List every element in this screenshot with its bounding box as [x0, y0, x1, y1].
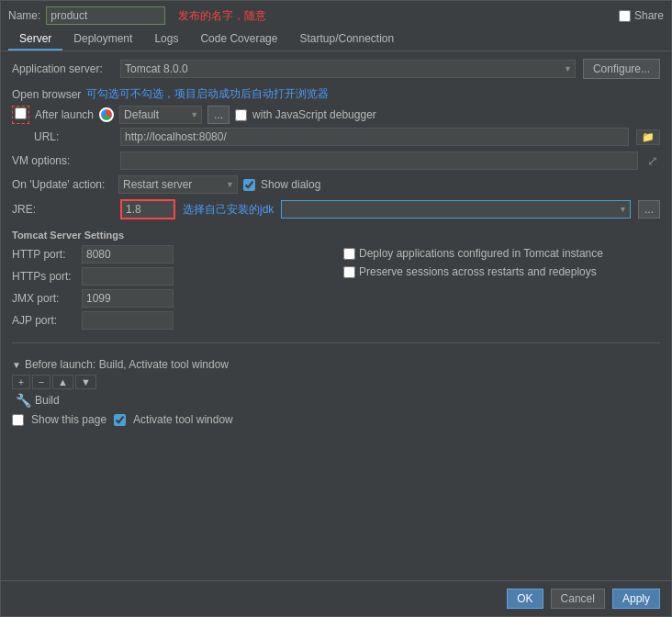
- browser-row: After launch Default ▼ ... with JavaScri…: [12, 106, 660, 124]
- before-launch-section: ▼ Before launch: Build, Activate tool wi…: [12, 358, 660, 430]
- share-checkbox[interactable]: [619, 10, 631, 22]
- vm-options-label: VM options:: [12, 154, 113, 167]
- jre-label: JRE:: [12, 203, 113, 216]
- jre-combo-select[interactable]: [281, 200, 631, 219]
- app-server-select[interactable]: Tomcat 8.0.0: [120, 60, 576, 78]
- restart-server-combo-wrapper: Restart server ▼: [118, 175, 238, 194]
- jmx-port-label: JMX port:: [12, 292, 76, 305]
- build-item: 🔧 Build: [12, 391, 660, 409]
- preserve-sessions-row: Preserve sessions across restarts and re…: [343, 265, 660, 278]
- up-button[interactable]: ▲: [52, 375, 73, 389]
- tomcat-section: Tomcat Server Settings HTTP port: HTTPs …: [12, 229, 660, 330]
- jre-combo-wrapper: ▼: [281, 200, 631, 219]
- left-ports: HTTP port: HTTPs port: JMX port: AJP por…: [12, 245, 329, 330]
- ajp-port-label: AJP port:: [12, 314, 76, 327]
- show-page-label: Show this page: [31, 413, 106, 426]
- triangle-icon: ▼: [12, 360, 21, 370]
- configure-button[interactable]: Configure...: [583, 59, 660, 79]
- jre-annotation: 选择自己安装的jdk: [183, 202, 274, 218]
- url-label: URL:: [12, 130, 113, 143]
- show-dialog-checkbox[interactable]: [243, 179, 255, 191]
- tab-startup-connection[interactable]: Startup/Connection: [288, 28, 405, 50]
- http-port-label: HTTP port:: [12, 248, 76, 261]
- js-debugger-label: with JavaScript debugger: [252, 108, 376, 121]
- build-label: Build: [35, 394, 60, 407]
- show-page-checkbox[interactable]: [12, 414, 24, 426]
- url-folder-button[interactable]: 📁: [636, 129, 660, 145]
- apply-button[interactable]: Apply: [612, 589, 660, 609]
- add-button[interactable]: +: [12, 375, 30, 389]
- chrome-icon: [99, 107, 114, 122]
- activate-tool-checkbox[interactable]: [114, 414, 126, 426]
- preserve-sessions-checkbox[interactable]: [343, 266, 355, 278]
- vm-options-expand-button[interactable]: ⤢: [645, 153, 660, 168]
- tab-logs[interactable]: Logs: [143, 28, 189, 50]
- ajp-port-row: AJP port:: [12, 311, 329, 330]
- https-port-row: HTTPs port:: [12, 267, 329, 286]
- deploy-apps-row: Deploy applications configured in Tomcat…: [343, 247, 660, 260]
- before-launch-label: Before launch: Build, Activate tool wind…: [25, 358, 229, 371]
- deploy-apps-label: Deploy applications configured in Tomcat…: [359, 247, 603, 260]
- browser-browse-button[interactable]: ...: [207, 106, 230, 124]
- content-area: Application server: Tomcat 8.0.0 ▼ Confi…: [1, 51, 671, 580]
- footer: OK Cancel Apply: [1, 580, 671, 616]
- vm-options-input[interactable]: [120, 151, 638, 170]
- jre-browse-button[interactable]: ...: [638, 200, 660, 219]
- remove-button[interactable]: −: [32, 375, 50, 389]
- activate-tool-label: Activate tool window: [133, 413, 233, 426]
- after-launch-label: After launch: [35, 108, 94, 121]
- down-button[interactable]: ▼: [75, 375, 96, 389]
- http-port-row: HTTP port:: [12, 245, 329, 264]
- build-icon: 🔧: [16, 393, 31, 408]
- https-port-input[interactable]: [82, 267, 174, 286]
- preserve-sessions-label: Preserve sessions across restarts and re…: [359, 265, 597, 278]
- jmx-port-input[interactable]: [82, 289, 174, 308]
- after-launch-checkbox-wrapper: [12, 106, 29, 124]
- name-annotation: 发布的名字，随意: [178, 8, 266, 24]
- jmx-port-row: JMX port:: [12, 289, 329, 308]
- on-update-label: On 'Update' action:: [12, 178, 113, 191]
- browser-select[interactable]: Default: [119, 106, 202, 124]
- js-debugger-checkbox[interactable]: [235, 109, 247, 121]
- https-port-label: HTTPs port:: [12, 270, 76, 283]
- share-area: Share: [619, 9, 664, 22]
- deploy-apps-checkbox[interactable]: [343, 248, 355, 260]
- tab-code-coverage[interactable]: Code Coverage: [189, 28, 288, 50]
- name-input[interactable]: [46, 6, 165, 25]
- url-input[interactable]: [120, 128, 629, 146]
- name-row: Name: 发布的名字，随意 Share: [1, 1, 671, 28]
- http-port-input[interactable]: [82, 245, 174, 264]
- jre-row: JRE: 选择自己安装的jdk ▼ ...: [12, 199, 660, 219]
- toolbar-row: + − ▲ ▼: [12, 375, 660, 389]
- on-update-row: On 'Update' action: Restart server ▼ Sho…: [12, 175, 660, 194]
- app-server-row: Application server: Tomcat 8.0.0 ▼ Confi…: [12, 59, 660, 79]
- browser-select-wrapper: Default ▼: [119, 106, 202, 124]
- open-browser-section: Open browser 可勾选可不勾选，项目启动成功后自动打开浏览器 Afte…: [12, 86, 660, 146]
- divider: [12, 342, 660, 343]
- show-dialog-label: Show dialog: [261, 178, 320, 191]
- after-launch-checkbox[interactable]: [15, 107, 27, 119]
- tomcat-grid: HTTP port: HTTPs port: JMX port: AJP por…: [12, 245, 660, 330]
- tab-server[interactable]: Server: [8, 28, 62, 50]
- tabs-row: Server Deployment Logs Code Coverage Sta…: [1, 28, 671, 51]
- app-server-combo-wrapper: Tomcat 8.0.0 ▼: [120, 60, 576, 78]
- app-server-label: Application server:: [12, 62, 113, 75]
- right-options: Deploy applications configured in Tomcat…: [343, 245, 660, 330]
- url-row: URL: 📁: [12, 128, 660, 146]
- vm-options-row: VM options: ⤢: [12, 151, 660, 170]
- cancel-button[interactable]: Cancel: [551, 589, 605, 609]
- tomcat-section-title: Tomcat Server Settings: [12, 230, 124, 241]
- ajp-port-input[interactable]: [82, 311, 174, 330]
- before-launch-header: ▼ Before launch: Build, Activate tool wi…: [12, 358, 660, 371]
- run-debug-dialog: Name: 发布的名字，随意 Share Server Deployment L…: [0, 0, 672, 617]
- share-label: Share: [634, 9, 664, 22]
- ok-button[interactable]: OK: [507, 589, 543, 609]
- open-browser-label: Open browser: [12, 88, 81, 101]
- show-page-row: Show this page Activate tool window: [12, 409, 660, 430]
- name-label: Name:: [8, 9, 40, 22]
- restart-server-select[interactable]: Restart server: [118, 175, 238, 194]
- jre-input[interactable]: [120, 199, 175, 219]
- open-browser-annotation: 可勾选可不勾选，项目启动成功后自动打开浏览器: [86, 86, 329, 102]
- tab-deployment[interactable]: Deployment: [62, 28, 143, 50]
